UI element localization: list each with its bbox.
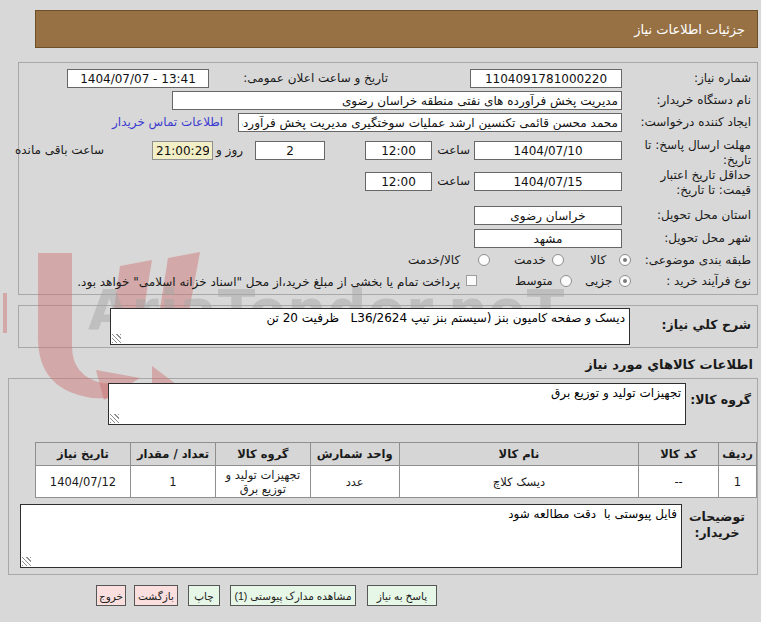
- province-label: استان محل تحویل:: [657, 208, 751, 222]
- price-validity-time-label: ساعت: [437, 174, 470, 188]
- buyer-org-field[interactable]: [172, 91, 622, 110]
- goods-section-header: اطلاعات کالاهاي مورد نیاز: [585, 357, 753, 372]
- col-group: گروه کالا: [215, 443, 310, 466]
- radio-partial-label: جزیی: [585, 274, 612, 288]
- tender-details-page: AriaTender.neT جزئیات اطلاعات نیاز شماره…: [0, 0, 761, 622]
- goods-group-label: گروه کالا:: [690, 392, 751, 407]
- price-validity-label: حداقل تاریخ اعتبار قیمت: تا تاریخ:: [631, 168, 751, 198]
- col-name: نام کالا: [399, 443, 639, 466]
- remaining-suffix-label: ساعت باقی مانده: [15, 143, 104, 157]
- col-unit: واحد شمارش: [310, 443, 399, 466]
- description-textarea[interactable]: دیسک و صفحه کامیون بنز (سیستم بنز تیپ L3…: [110, 308, 630, 345]
- exit-button[interactable]: خروج: [96, 585, 126, 606]
- col-qty: تعداد / مقدار: [131, 443, 216, 466]
- col-row: ردیف: [719, 443, 757, 466]
- radio-goods-service-label: کالا/خدمت: [408, 253, 460, 267]
- cell-unit: عدد: [310, 466, 399, 498]
- cell-need-date: 1404/07/12: [36, 466, 131, 498]
- buyer-contact-link[interactable]: اطلاعات تماس خریدار: [112, 115, 223, 129]
- resize-grip-icon[interactable]: [22, 557, 31, 566]
- buyer-notes-textarea[interactable]: فایل پیوستی با دقت مطالعه شود: [20, 504, 682, 568]
- remaining-days-field[interactable]: [255, 141, 325, 160]
- treasury-payment-checkbox[interactable]: [466, 275, 477, 286]
- goods-table: ردیف کد کالا نام کالا واحد شمارش گروه کا…: [35, 442, 757, 498]
- subject-class-label: طبقه بندی موضوعی:: [645, 253, 751, 267]
- table-header-row: ردیف کد کالا نام کالا واحد شمارش گروه کا…: [36, 443, 757, 466]
- resize-grip-icon[interactable]: [112, 334, 121, 343]
- col-need-date: تاریخ نیاز: [36, 443, 131, 466]
- radio-medium[interactable]: [560, 275, 572, 287]
- col-code: کد کالا: [639, 443, 719, 466]
- radio-service[interactable]: [552, 254, 564, 266]
- back-button[interactable]: بازگشت: [134, 585, 178, 606]
- radio-service-label: خدمت: [514, 253, 546, 267]
- cell-code: --: [639, 466, 719, 498]
- view-attachments-button[interactable]: مشاهده مدارک پیوستی (1): [230, 585, 356, 606]
- cell-row: 1: [719, 466, 757, 498]
- city-label: شهر محل تحویل:: [664, 231, 751, 245]
- table-row: 1 -- دیسک کلاچ عدد تجهیزات تولید و توزیع…: [36, 466, 757, 498]
- radio-partial[interactable]: [619, 275, 631, 287]
- remaining-days-label: روز و: [216, 143, 243, 157]
- description-label: شرح کلي نیاز:: [662, 317, 751, 332]
- radio-medium-label: متوسط: [515, 274, 553, 288]
- print-button[interactable]: چاپ: [188, 585, 220, 606]
- page-title: جزئیات اطلاعات نیاز: [634, 22, 745, 37]
- radio-goods-service[interactable]: [478, 254, 490, 266]
- price-validity-time-field[interactable]: [365, 172, 432, 191]
- radio-goods[interactable]: [619, 254, 631, 266]
- reply-deadline-time-label: ساعت: [437, 143, 470, 157]
- creator-field[interactable]: [238, 113, 622, 132]
- cell-qty: 1: [131, 466, 216, 498]
- reply-deadline-date-field[interactable]: [474, 141, 622, 160]
- remaining-time-field: [152, 141, 213, 160]
- goods-group-textarea[interactable]: تجهیزات تولید و توزیع برق: [108, 383, 686, 425]
- radio-goods-label: کالا: [590, 253, 606, 267]
- buyer-notes-label: توضیحات خریدار:: [681, 509, 753, 541]
- resize-grip-icon[interactable]: [110, 414, 119, 423]
- process-type-label: نوع فرآیند خرید :: [666, 274, 751, 288]
- reply-to-need-button[interactable]: پاسخ به نیاز: [367, 585, 437, 606]
- buyer-org-label: نام دستگاه خریدار:: [657, 93, 752, 107]
- reply-deadline-time-field[interactable]: [365, 141, 432, 160]
- reply-deadline-label: مهلت ارسال پاسخ: تا تاریخ:: [631, 138, 751, 168]
- need-number-field[interactable]: [470, 69, 622, 88]
- price-validity-date-field[interactable]: [474, 172, 622, 191]
- treasury-payment-label: پرداخت تمام یا بخشی از مبلغ خرید،از محل …: [28, 275, 460, 289]
- cell-name: دیسک کلاچ: [399, 466, 639, 498]
- title-bar: جزئیات اطلاعات نیاز: [35, 10, 758, 48]
- city-field[interactable]: [474, 229, 622, 248]
- creator-label: ایجاد کننده درخواست:: [640, 115, 751, 129]
- announce-datetime-label: تاریخ و ساعت اعلان عمومی:: [243, 71, 388, 85]
- need-number-label: شماره نیاز:: [694, 71, 751, 85]
- announce-datetime-field[interactable]: [67, 69, 209, 88]
- province-field[interactable]: [474, 206, 622, 225]
- cell-group: تجهیزات تولید و توزیع برق: [215, 466, 310, 498]
